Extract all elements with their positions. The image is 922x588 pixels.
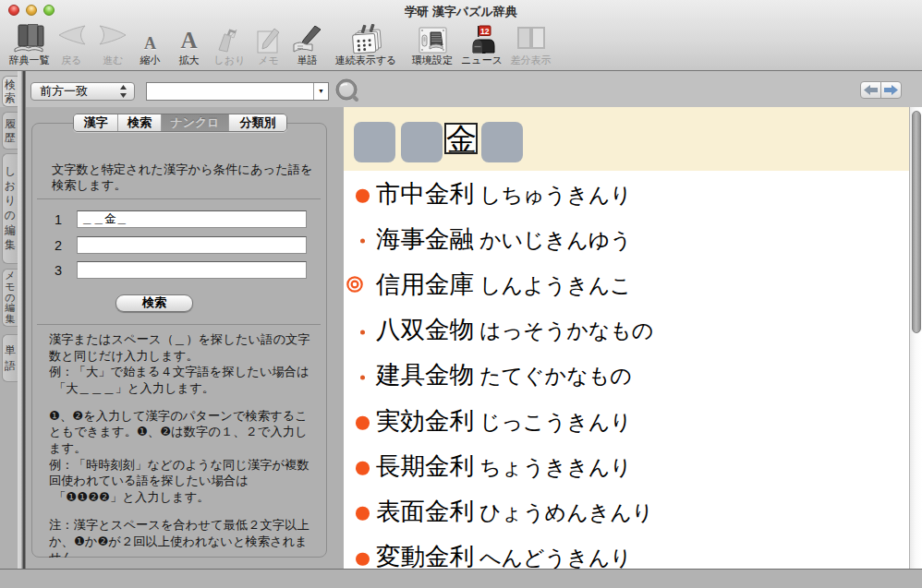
- svg-text:12: 12: [479, 27, 489, 36]
